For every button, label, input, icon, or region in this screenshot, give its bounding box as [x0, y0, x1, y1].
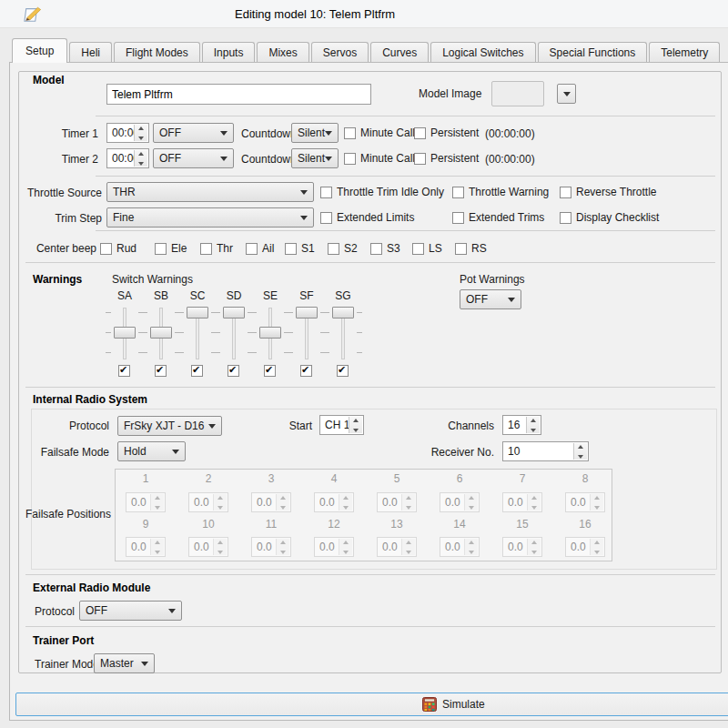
failsafe-ch-1-spinbox[interactable]: 0.0: [126, 492, 166, 512]
pot-warnings-combobox[interactable]: OFF: [460, 289, 521, 309]
timer-1-countdown-combobox[interactable]: Silent: [291, 123, 339, 143]
failsafe-ch-4-spinbox[interactable]: 0.0: [314, 492, 354, 512]
checkbox-reverse-throttle[interactable]: Reverse Throttle: [560, 186, 656, 198]
switch-sd-checkbox[interactable]: [228, 364, 239, 377]
trim-step-combobox[interactable]: Fine: [106, 207, 314, 228]
failsafe-ch-9-spinbox[interactable]: 0.0: [126, 537, 166, 557]
timer-2-persistent-checkbox[interactable]: Persistent: [414, 152, 479, 165]
spinner-buttons[interactable]: [526, 417, 540, 433]
slider-handle[interactable]: [296, 307, 318, 318]
slider-handle[interactable]: [150, 327, 172, 339]
spin-up-icon[interactable]: [591, 494, 603, 502]
spin-down-icon[interactable]: [277, 502, 289, 511]
spin-down-icon[interactable]: [135, 158, 147, 167]
spin-down-icon[interactable]: [339, 502, 352, 511]
spin-down-icon[interactable]: [402, 502, 415, 511]
spin-up-icon[interactable]: [591, 539, 603, 547]
spin-up-icon[interactable]: [402, 494, 415, 502]
switch-sb-slider[interactable]: [141, 306, 181, 362]
spin-down-icon[interactable]: [135, 133, 147, 141]
timer-2-countdown-combobox[interactable]: Silent: [291, 148, 339, 168]
spin-up-icon[interactable]: [135, 125, 147, 133]
tab-heli[interactable]: Heli: [69, 42, 112, 62]
switch-sa-checkbox[interactable]: [118, 364, 130, 377]
spinner-buttons[interactable]: [276, 494, 289, 511]
center-beep-rs-checkbox[interactable]: RS: [455, 242, 487, 255]
spin-down-icon[interactable]: [151, 547, 164, 555]
failsafe-ch-2-spinbox[interactable]: 0.0: [188, 492, 228, 512]
spin-down-icon[interactable]: [465, 547, 478, 555]
timer-1-minute-call-checkbox[interactable]: Minute Call: [344, 126, 415, 139]
spinner-buttons[interactable]: [573, 443, 587, 460]
spin-down-icon[interactable]: [214, 547, 227, 555]
spin-up-icon[interactable]: [465, 539, 478, 547]
slider-handle[interactable]: [332, 307, 354, 318]
spin-up-icon[interactable]: [214, 539, 227, 547]
spinner-buttons[interactable]: [464, 539, 478, 555]
spinner-buttons[interactable]: [401, 494, 415, 511]
checkbox-display-checklist[interactable]: Display Checklist: [560, 211, 659, 224]
tab-logical-switches[interactable]: Logical Switches: [430, 42, 535, 62]
tab-telemetry[interactable]: Telemetry: [649, 42, 720, 62]
tab-inputs[interactable]: Inputs: [202, 42, 256, 62]
spin-down-icon[interactable]: [591, 502, 603, 511]
start-channel-spinbox[interactable]: CH 1: [319, 415, 364, 435]
spin-down-icon[interactable]: [277, 547, 289, 555]
switch-se-slider[interactable]: [250, 306, 290, 362]
model-image-dropdown-button[interactable]: [557, 84, 576, 104]
switch-sg-slider[interactable]: [323, 306, 363, 362]
spinner-buttons[interactable]: [401, 539, 415, 555]
switch-sf-slider[interactable]: [287, 306, 327, 362]
spin-up-icon[interactable]: [528, 494, 541, 502]
spinner-buttons[interactable]: [527, 494, 541, 511]
spinner-buttons[interactable]: [213, 539, 227, 555]
spin-up-icon[interactable]: [151, 494, 164, 502]
slider-handle[interactable]: [223, 307, 245, 318]
failsafe-mode-combobox[interactable]: Hold: [117, 441, 186, 461]
failsafe-ch-13-spinbox[interactable]: 0.0: [377, 537, 417, 557]
spin-down-icon[interactable]: [214, 502, 227, 511]
spinner-buttons[interactable]: [590, 494, 603, 511]
tab-curves[interactable]: Curves: [370, 42, 429, 62]
switch-sf-checkbox[interactable]: [300, 364, 312, 377]
failsafe-ch-16-spinbox[interactable]: 0.0: [565, 537, 605, 557]
timer-1-mode-combobox[interactable]: OFF: [153, 123, 234, 143]
spin-down-icon[interactable]: [151, 502, 164, 511]
tab-servos[interactable]: Servos: [311, 42, 369, 62]
model-name-input[interactable]: [106, 84, 371, 105]
center-beep-thr-checkbox[interactable]: Thr: [200, 242, 233, 255]
spinner-buttons[interactable]: [134, 150, 147, 167]
spin-up-icon[interactable]: [135, 150, 147, 158]
spinner-buttons[interactable]: [590, 539, 603, 555]
failsafe-ch-11-spinbox[interactable]: 0.0: [251, 537, 291, 557]
tab-setup[interactable]: Setup: [12, 38, 67, 63]
spin-up-icon[interactable]: [151, 539, 164, 547]
center-beep-s2-checkbox[interactable]: S2: [328, 242, 358, 255]
switch-sc-slider[interactable]: [177, 306, 217, 362]
spin-up-icon[interactable]: [465, 494, 478, 502]
failsafe-ch-7-spinbox[interactable]: 0.0: [502, 492, 542, 512]
spinner-buttons[interactable]: [276, 539, 289, 555]
spin-up-icon[interactable]: [402, 539, 415, 547]
slider-handle[interactable]: [259, 327, 281, 339]
spinner-buttons[interactable]: [134, 125, 147, 141]
spin-down-icon[interactable]: [465, 502, 478, 511]
slider-handle[interactable]: [187, 307, 208, 318]
checkbox-throttle-trim-idle-only[interactable]: Throttle Trim Idle Only: [320, 186, 444, 198]
switch-sa-slider[interactable]: [105, 306, 145, 362]
spin-up-icon[interactable]: [277, 494, 289, 502]
tab-mixes[interactable]: Mixes: [257, 42, 308, 62]
throttle-source-combobox[interactable]: THR: [106, 182, 314, 202]
spinner-buttons[interactable]: [150, 539, 164, 555]
failsafe-ch-6-spinbox[interactable]: 0.0: [440, 492, 480, 512]
spinner-buttons[interactable]: [339, 539, 352, 555]
failsafe-ch-8-spinbox[interactable]: 0.0: [565, 492, 605, 512]
checkbox-extended-trims[interactable]: Extended Trims: [452, 211, 544, 224]
center-beep-ls-checkbox[interactable]: LS: [412, 242, 442, 255]
failsafe-ch-3-spinbox[interactable]: 0.0: [251, 492, 291, 512]
spin-up-icon[interactable]: [214, 494, 227, 502]
timer-1-time-spinbox[interactable]: 00:00: [106, 123, 149, 143]
checkbox-throttle-warning[interactable]: Throttle Warning: [452, 186, 549, 198]
failsafe-ch-5-spinbox[interactable]: 0.0: [377, 492, 417, 512]
center-beep-rud-checkbox[interactable]: Rud: [100, 242, 136, 255]
